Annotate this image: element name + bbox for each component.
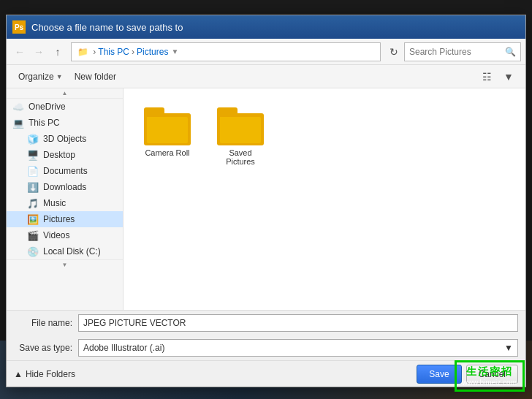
watermark-box: 生活密招 www.bimeiz.com (455, 360, 525, 392)
watermark-logo: 生活密招 (466, 365, 513, 379)
organize-arrow: ▼ (56, 73, 63, 80)
folder-icon-saved-pictures (217, 107, 264, 145)
documents-icon: 📄 (27, 165, 39, 177)
watermark: 生活密招 www.bimeiz.com (455, 360, 525, 392)
desktop-icon: 🖥️ (27, 149, 39, 161)
savetype-arrow: ▼ (504, 343, 513, 353)
disk-icon: 💿 (27, 246, 39, 257)
filename-label: File name: (14, 318, 72, 328)
sidebar-item-documents[interactable]: 📄 Documents (7, 163, 123, 179)
filename-input[interactable] (78, 314, 518, 332)
ps-icon: Ps (12, 20, 26, 34)
folder-saved-pictures[interactable]: Saved Pictures (211, 103, 270, 170)
new-folder-button[interactable]: New folder (70, 68, 121, 86)
sidebar: ▲ ☁️ OneDrive 💻 This PC 🧊 3D Objects 🖥️ … (7, 88, 123, 310)
main-area: ▲ ☁️ OneDrive 💻 This PC 🧊 3D Objects 🖥️ … (7, 88, 525, 310)
sidebar-scroll-down[interactable]: ▼ (7, 259, 123, 270)
folder-label-saved-pictures: Saved Pictures (216, 148, 265, 166)
dialog-title: Choose a file name to save paths to (31, 22, 183, 33)
view-toggle-button[interactable]: ☷ (477, 69, 496, 85)
file-dialog: Ps Choose a file name to save paths to ←… (6, 15, 526, 387)
savetype-label: Save as type: (14, 343, 72, 353)
pictures-icon: 🖼️ (27, 213, 39, 225)
breadcrumb-chevron: ▼ (171, 48, 178, 56)
breadcrumb-this-pc[interactable]: This PC (98, 47, 129, 57)
music-icon: 🎵 (27, 197, 39, 209)
folder-label-camera-roll: Camera Roll (145, 148, 189, 157)
3d-objects-icon: 🧊 (27, 133, 39, 145)
sidebar-item-videos[interactable]: 🎬 Videos (7, 227, 123, 243)
file-view: Camera Roll Saved Pictures (123, 88, 525, 310)
computer-icon: 💻 (12, 117, 24, 129)
title-bar: Ps Choose a file name to save paths to (7, 15, 525, 39)
watermark-url: www.bimeiz.com (463, 379, 517, 387)
refresh-button[interactable]: ↻ (385, 43, 403, 61)
videos-icon: 🎬 (27, 229, 39, 241)
sidebar-item-downloads[interactable]: ⬇️ Downloads (7, 179, 123, 195)
navigation-bar: ← → ↑ 📁 › This PC › Pictures ▼ ↻ 🔍 (7, 39, 525, 65)
search-icon: 🔍 (505, 47, 516, 57)
sidebar-item-local-disk[interactable]: 💿 Local Disk (C:) (7, 243, 123, 259)
bottom-panel: File name: Save as type: Adobe Illustrat… (7, 310, 525, 360)
up-button[interactable]: ↑ (49, 43, 66, 61)
view-options-button[interactable]: ▼ (499, 69, 518, 85)
sidebar-scroll-up[interactable]: ▲ (7, 88, 123, 99)
sidebar-item-music[interactable]: 🎵 Music (7, 195, 123, 211)
toolbar: Organize ▼ New folder ☷ ▼ (7, 65, 525, 88)
hide-folders-chevron: ▲ (14, 369, 23, 379)
breadcrumb-pictures[interactable]: Pictures (137, 47, 168, 57)
search-input[interactable] (409, 47, 505, 57)
sidebar-item-this-pc[interactable]: 💻 This PC (7, 115, 123, 131)
folder-icon-address: 📁 (77, 47, 88, 57)
forward-button[interactable]: → (30, 43, 48, 61)
downloads-icon: ⬇️ (27, 181, 39, 193)
search-box[interactable]: 🔍 (404, 42, 521, 61)
savetype-select[interactable]: Adobe Illustrator (.ai) ▼ (78, 339, 518, 357)
savetype-row: Save as type: Adobe Illustrator (.ai) ▼ (7, 335, 525, 360)
sidebar-item-3d-objects[interactable]: 🧊 3D Objects (7, 131, 123, 147)
sidebar-item-desktop[interactable]: 🖥️ Desktop (7, 147, 123, 163)
back-button[interactable]: ← (11, 43, 28, 61)
filename-row: File name: (7, 311, 525, 335)
organize-button[interactable]: Organize ▼ (14, 68, 67, 86)
address-bar[interactable]: 📁 › This PC › Pictures ▼ (71, 42, 381, 61)
folder-icon-camera-roll (144, 107, 191, 145)
onedrive-icon: ☁️ (12, 101, 24, 113)
folder-camera-roll[interactable]: Camera Roll (138, 103, 197, 170)
footer: ▲ Hide Folders Save Cancel (7, 360, 525, 387)
sidebar-item-pictures[interactable]: 🖼️ Pictures (7, 211, 123, 227)
sidebar-item-onedrive[interactable]: ☁️ OneDrive (7, 99, 123, 115)
hide-folders-button[interactable]: ▲ Hide Folders (14, 369, 75, 379)
